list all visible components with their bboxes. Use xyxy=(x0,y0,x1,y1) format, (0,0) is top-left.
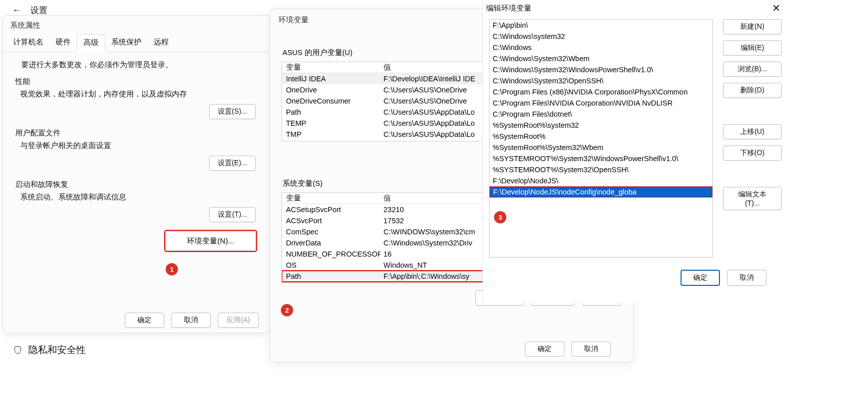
path-row[interactable]: F:\Develop\NodeJS\nodeConfig\node_globa xyxy=(490,186,712,197)
path-row[interactable]: %SystemRoot% xyxy=(490,131,712,142)
path-edit-button[interactable]: 编辑(E) xyxy=(723,40,782,56)
sysprop-title: 系统属性 xyxy=(3,16,270,32)
path-delete-button[interactable]: 删除(D) xyxy=(723,83,782,98)
back-icon[interactable]: ← xyxy=(12,5,21,16)
edit-env-variable-dialog: 编辑环境变量 ✕ F:\App\bin\C:\Windows\system32C… xyxy=(483,0,789,303)
tab-hardware[interactable]: 硬件 xyxy=(50,34,77,52)
step-badge-1: 1 xyxy=(166,263,178,275)
performance-group: 性能 视觉效果，处理器计划，内存使用，以及虚拟内存 设置(S)... xyxy=(15,77,258,119)
envdlg-ok-button[interactable]: 确定 xyxy=(525,341,564,357)
editdlg-cancel-button[interactable]: 取消 xyxy=(727,270,766,286)
tab-computer-name[interactable]: 计算机名 xyxy=(7,34,50,52)
startup-desc: 系统启动、系统故障和调试信息 xyxy=(20,192,258,202)
path-browse-button[interactable]: 浏览(B)... xyxy=(723,62,782,77)
path-row[interactable]: C:\Windows\System32\OpenSSH\ xyxy=(490,75,712,86)
tab-remote[interactable]: 远程 xyxy=(148,34,175,52)
step-badge-3: 3 xyxy=(494,211,506,223)
apply-button[interactable]: 应用(A) xyxy=(218,313,259,328)
path-row[interactable]: %SYSTEMROOT%\System32\WindowsPowerShell\… xyxy=(490,153,712,164)
ok-button[interactable]: 确定 xyxy=(125,313,164,328)
step-badge-2: 2 xyxy=(281,304,293,316)
path-new-button[interactable]: 新建(N) xyxy=(723,19,782,34)
envdlg-cancel-button[interactable]: 取消 xyxy=(571,341,611,357)
path-row[interactable]: F:\Develop\NodeJS\ xyxy=(490,175,712,186)
path-row[interactable]: C:\Program Files\NVIDIA Corporation\NVID… xyxy=(490,97,712,109)
path-row[interactable]: %SYSTEMROOT%\System32\OpenSSH\ xyxy=(490,164,712,175)
cancel-button[interactable]: 取消 xyxy=(171,313,211,328)
user-profile-title: 用户配置文件 xyxy=(15,128,258,138)
admin-note: 要进行大多数更改，你必须作为管理员登录。 xyxy=(21,60,258,70)
settings-title: 设置 xyxy=(30,5,47,16)
editdlg-title: 编辑环境变量 xyxy=(486,4,532,13)
path-row[interactable]: C:\Windows\system32 xyxy=(490,31,712,42)
user-profile-settings-button[interactable]: 设置(E)... xyxy=(209,156,256,171)
system-properties-dialog: 系统属性 计算机名 硬件 高级 系统保护 远程 要进行大多数更改，你必须作为管理… xyxy=(3,15,270,333)
environment-variables-button[interactable]: 环境变量(N)... xyxy=(166,231,256,251)
editdlg-ok-button[interactable]: 确定 xyxy=(681,270,720,286)
path-move-down-button[interactable]: 下移(O) xyxy=(723,145,782,161)
col-header-name: 变量 xyxy=(282,193,380,203)
shield-icon xyxy=(13,345,22,355)
path-edit-text-button[interactable]: 编辑文本(T)... xyxy=(723,187,782,210)
path-row[interactable]: %SystemRoot%\system32 xyxy=(490,120,712,131)
privacy-label: 隐私和安全性 xyxy=(28,343,86,357)
col-header-name: 变量 xyxy=(282,63,380,72)
performance-settings-button[interactable]: 设置(S)... xyxy=(209,104,256,119)
path-row[interactable]: C:\Windows xyxy=(490,42,712,53)
path-list[interactable]: F:\App\bin\C:\Windows\system32C:\Windows… xyxy=(489,19,713,258)
startup-settings-button[interactable]: 设置(T)... xyxy=(209,207,256,222)
close-icon[interactable]: ✕ xyxy=(769,2,784,14)
path-row[interactable]: C:\Windows\System32\WindowsPowerShell\v1… xyxy=(490,64,712,75)
path-row[interactable]: C:\Program Files (x86)\NVIDIA Corporatio… xyxy=(490,86,712,97)
performance-desc: 视觉效果，处理器计划，内存使用，以及虚拟内存 xyxy=(20,89,258,99)
tab-advanced[interactable]: 高级 xyxy=(77,34,105,52)
user-profile-group: 用户配置文件 与登录帐户相关的桌面设置 设置(E)... xyxy=(15,128,258,171)
path-row[interactable]: %SystemRoot%\System32\Wbem xyxy=(490,142,712,153)
startup-group: 启动和故障恢复 系统启动、系统故障和调试信息 设置(T)... xyxy=(15,180,258,222)
tab-system-protection[interactable]: 系统保护 xyxy=(105,34,148,52)
startup-title: 启动和故障恢复 xyxy=(15,180,258,189)
path-move-up-button[interactable]: 上移(U) xyxy=(723,124,782,139)
path-row[interactable]: C:\Program Files\dotnet\ xyxy=(490,109,712,120)
performance-title: 性能 xyxy=(15,77,258,86)
path-row[interactable]: F:\App\bin\ xyxy=(490,20,712,31)
sysprop-footer: 确定 取消 应用(A) xyxy=(3,313,270,328)
user-profile-desc: 与登录帐户相关的桌面设置 xyxy=(20,141,258,151)
privacy-security-item[interactable]: 隐私和安全性 xyxy=(13,343,86,357)
path-row[interactable]: C:\Windows\System32\Wbem xyxy=(490,53,712,64)
sysprop-tabs: 计算机名 硬件 高级 系统保护 远程 xyxy=(3,34,270,52)
